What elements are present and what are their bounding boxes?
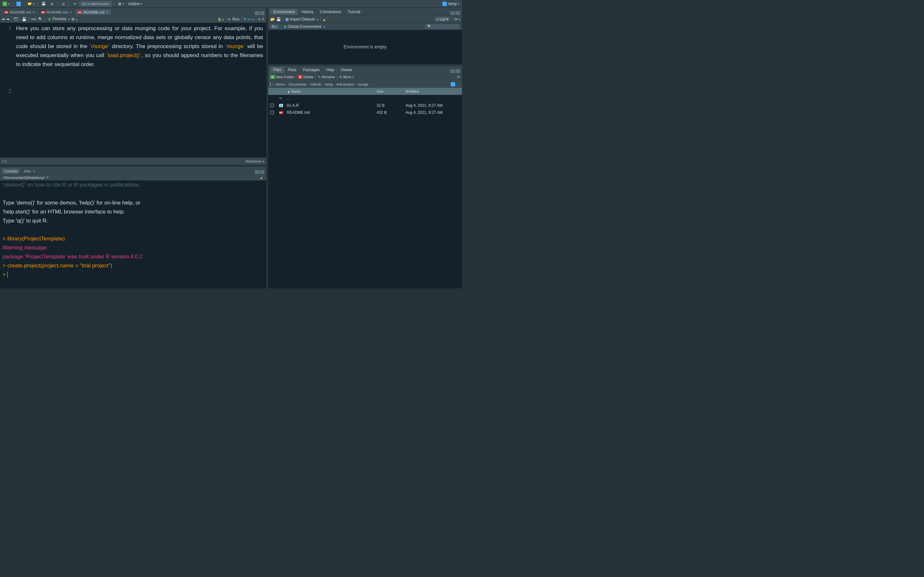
rerun-button[interactable]: ↻ (244, 17, 247, 21)
checkbox[interactable] (270, 103, 274, 107)
maximize-pane-icon[interactable] (260, 11, 264, 15)
open-file-button[interactable]: 📂 (26, 1, 36, 7)
refresh-files-button[interactable]: ⟳ (457, 75, 460, 79)
refresh-env-button[interactable]: ⟳ (454, 17, 460, 21)
clear-env-button[interactable]: 🧹 (323, 17, 328, 21)
source-toolbar: ⬅ ➡ 🗔 💾 ABC 🔍 ◉ Preview ⚙ ◧ ▶Run (0, 15, 266, 23)
font-size-button[interactable]: A (262, 17, 264, 21)
new-folder-button[interactable]: ＋ New Folder (270, 75, 294, 79)
environment-pane: Environment History Connections Tutorial… (268, 8, 462, 64)
source-options-button[interactable]: ↩ (248, 17, 254, 21)
tab-jobs[interactable]: Jobs ✕ (21, 168, 37, 174)
forward-button[interactable]: ➡ (6, 17, 10, 21)
preview-button[interactable]: ◉ Preview (47, 17, 70, 21)
more-button[interactable]: ⚙ More (339, 75, 354, 79)
show-in-new-window-button[interactable]: 🗔 (14, 17, 18, 21)
editor-content[interactable]: Here you can store any preprocessing or … (14, 23, 266, 158)
file-row-up[interactable]: ⬑ .. (268, 95, 462, 102)
save-source-button[interactable]: 💾 (22, 17, 27, 21)
language-scope-button[interactable]: R (270, 24, 279, 29)
crumb-item[interactable]: Documents (289, 82, 307, 86)
new-project-button[interactable] (15, 1, 22, 7)
file-row[interactable]: R 01-A.R 32 B Aug 4, 2021, 9:27 AM (268, 102, 462, 109)
tab-packages[interactable]: Packages (300, 67, 323, 73)
minimize-pane-icon[interactable] (255, 11, 259, 15)
new-file-button[interactable]: ＋ (1, 1, 11, 7)
console-output[interactable]: 'citation()' on how to cite R or R packa… (0, 181, 266, 288)
find-replace-button[interactable]: 🔍 (38, 17, 43, 21)
close-icon[interactable]: ✕ (106, 11, 108, 14)
source-tab-label: README.md (83, 10, 104, 14)
insert-chunk-button[interactable]: ◧ (218, 17, 224, 21)
col-modified[interactable]: Modified (405, 89, 460, 93)
crumb-item[interactable]: munge (358, 82, 368, 86)
console-tabbar: Console Jobs ✕ (0, 167, 266, 174)
up-arrow-icon: ⬑ (279, 96, 287, 101)
col-size[interactable]: Size (376, 89, 405, 93)
spellcheck-button[interactable]: ABC (31, 18, 37, 21)
crumb-home[interactable]: Home (276, 82, 285, 86)
clear-console-button[interactable]: 🧹 (260, 175, 264, 179)
env-search-input[interactable]: 🔍 (425, 24, 460, 29)
markdown-icon: MD (279, 111, 283, 114)
knit-options-button[interactable]: ⚙ (71, 17, 78, 21)
back-button[interactable]: ⬅ (2, 17, 5, 21)
file-size: 432 B (376, 110, 405, 115)
close-icon[interactable]: ✕ (69, 11, 72, 14)
load-workspace-button[interactable]: 📂 (270, 17, 275, 21)
tab-files[interactable]: Files (270, 67, 284, 73)
project-badge-icon[interactable] (451, 82, 455, 87)
home-icon[interactable]: ⌂ (272, 82, 274, 86)
checkbox[interactable] (270, 111, 274, 114)
save-workspace-button[interactable]: 💾 (276, 17, 281, 21)
source-tab-label: README.md (47, 10, 67, 14)
import-dataset-button[interactable]: ▦ Import Dataset (285, 17, 318, 21)
run-button[interactable]: ▶Run (228, 17, 239, 21)
tab-console[interactable]: Console (2, 168, 20, 174)
source-tab-2[interactable]: MD README.md ✕ (75, 9, 111, 15)
project-menu-button[interactable]: temp (441, 1, 461, 7)
language-mode-button[interactable]: Markdown (246, 159, 264, 163)
delete-button[interactable]: ✕ Delete (298, 75, 313, 79)
tab-connections[interactable]: Connections (317, 9, 344, 15)
tab-plots[interactable]: Plots (284, 67, 300, 73)
select-all-checkbox[interactable] (270, 82, 271, 86)
view-mode-button[interactable]: ≡ List ▾ (435, 17, 450, 21)
goto-input[interactable]: Go to file/function (79, 1, 112, 7)
save-button[interactable]: 💾 (40, 1, 47, 7)
markdown-icon: MD (5, 11, 8, 14)
save-all-button[interactable]: 🗎 (48, 1, 55, 7)
source-tab-0[interactable]: MD README.md ✕ (2, 9, 37, 15)
grid-view-button[interactable]: ▦ (116, 1, 126, 7)
tab-tutorial[interactable]: Tutorial (344, 9, 363, 15)
goto-dir-button[interactable]: ➚ (46, 175, 49, 179)
print-button[interactable]: 🖨 (60, 1, 67, 7)
tab-environment[interactable]: Environment (270, 9, 298, 15)
console-path-bar: ~/Documents/GitHub/temp/ ➚ 🧹 (0, 174, 266, 181)
run-label: Run (232, 17, 239, 21)
minimize-pane-icon[interactable] (451, 69, 455, 73)
close-icon[interactable]: ✕ (33, 169, 35, 173)
source-tab-1[interactable]: MD README.md ✕ (39, 9, 74, 15)
rename-button[interactable]: ✎ Rename (318, 75, 335, 79)
outline-button[interactable]: ≡ (258, 17, 260, 21)
crumb-item[interactable]: trial project (336, 82, 354, 86)
more-path-button[interactable]: … (457, 82, 460, 87)
minimize-pane-icon[interactable] (255, 170, 259, 174)
col-name[interactable]: ▲ Name (287, 89, 376, 93)
crumb-item[interactable]: GitHub (310, 82, 321, 86)
addins-button[interactable]: Addins (127, 1, 144, 7)
env-scope-button[interactable]: ◍ Global Environment (283, 24, 325, 29)
maximize-pane-icon[interactable] (260, 170, 264, 174)
minimize-pane-icon[interactable] (451, 11, 455, 15)
tab-history[interactable]: History (298, 9, 317, 15)
maximize-pane-icon[interactable] (456, 69, 460, 73)
file-row[interactable]: MD README.md 432 B Aug 4, 2021, 9:27 AM (268, 109, 462, 116)
editor-area[interactable]: 1 2 Here you can store any preprocessing… (0, 23, 266, 158)
tab-viewer[interactable]: Viewer (337, 67, 355, 73)
maximize-pane-icon[interactable] (456, 11, 460, 15)
close-icon[interactable]: ✕ (32, 11, 35, 14)
import-label: Import Dataset (290, 17, 315, 21)
tab-help[interactable]: Help (323, 67, 338, 73)
crumb-item[interactable]: temp (325, 82, 333, 86)
